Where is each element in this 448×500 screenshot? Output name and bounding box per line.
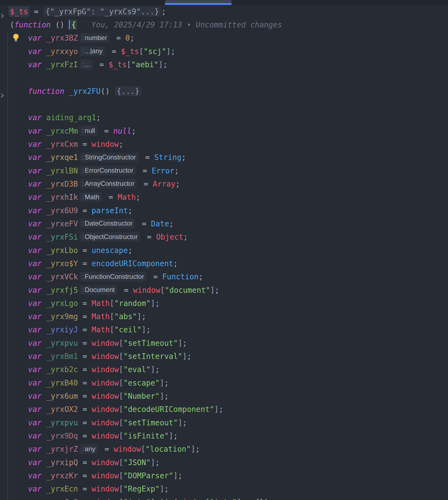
code-line[interactable]: var _yrxlBN:ErrorConstructor = Error; (0, 164, 448, 177)
code-line[interactable]: var _yrxcMm:null = null; (0, 124, 448, 137)
code-token: window (114, 445, 141, 453)
code-line[interactable]: var _yrxFzI:... = $_ts["aebi"]; (0, 58, 448, 71)
keyword-token: var (28, 193, 42, 201)
inlay-colon: : (82, 61, 84, 68)
chevron-right-icon[interactable] (0, 9, 5, 14)
code-editor[interactable]: $_ts = {"_yrxFpG": "_yrxCs9"...};(functi… (0, 0, 448, 500)
lightbulb-icon[interactable] (12, 33, 20, 43)
code-line[interactable]: var _yrx9Dq = window["isFinite"]; (0, 429, 448, 442)
code-line[interactable]: var _yrxpvu = window["setTimeout"]; (0, 416, 448, 429)
code-token: _yrx2FU (69, 87, 101, 95)
code-line[interactable]: var _yrx6U9 = parseInt; (0, 204, 448, 217)
code-line[interactable]: var _yrxjrZ:any = window["location"]; (0, 442, 448, 456)
type-inlay-hint[interactable]: :null (80, 126, 97, 136)
type-inlay-hint[interactable]: :... (80, 60, 93, 69)
inlay-label: Math (85, 193, 99, 201)
code-line[interactable]: var _yrxo$Y = encodeURIComponent; (0, 257, 448, 270)
code-token: = (141, 153, 154, 162)
code-line[interactable]: var _yrxFSi:ObjectConstructor = Object; (0, 230, 448, 243)
code-line[interactable]: (function () {You, 2025/4/29 17:13 • Unc… (0, 18, 448, 31)
code-line[interactable]: var _yrxfj5:Document = window["document"… (0, 283, 448, 297)
code-token (10, 272, 28, 281)
code-line[interactable]: var _yrxOX2 = window["decodeURIComponent… (0, 403, 448, 416)
code-line[interactable]: var _yrxhIk:Math = Math; (0, 190, 448, 204)
code-token: ; (163, 60, 168, 69)
code-token: = (78, 431, 92, 440)
code-line[interactable]: var _yrxb2c = window["eval"]; (0, 363, 448, 376)
code-token: = (78, 365, 92, 374)
code-line[interactable]: var _yrx3BZ:number = 0; (0, 31, 448, 44)
code-token: = (78, 458, 92, 467)
code-token: _yrxzKr (46, 471, 78, 480)
type-inlay-hint[interactable]: :any (80, 444, 98, 454)
folded-code-chip[interactable]: {...} (115, 86, 141, 96)
code-token: ] (141, 325, 146, 334)
code-line[interactable]: var _yrxBm1 = window["setInterval"]; (0, 350, 448, 363)
code-line[interactable]: var _yrxD3B:ArrayConstructor = Array; (0, 177, 448, 190)
code-line[interactable]: var _yrxiyJ = Math["ceil"]; (0, 323, 448, 336)
code-line[interactable]: var aiding_arg1; (0, 111, 448, 124)
code-line[interactable]: $_ts = {"_yrxFpG": "_yrxCs9"...}; (0, 5, 448, 18)
type-inlay-hint[interactable]: :...|any (80, 46, 105, 56)
string-token: "random" (114, 299, 151, 308)
code-token: = (137, 219, 151, 228)
type-inlay-hint[interactable]: :ErrorConstructor (80, 166, 136, 175)
code-token: = (78, 140, 92, 148)
inlay-colon: : (82, 286, 84, 293)
code-line[interactable]: var _yrxLgo = Math["random"]; (0, 297, 448, 310)
type-inlay-hint[interactable]: :number (80, 33, 109, 43)
code-token: ] (160, 392, 164, 400)
code-token: [ (110, 325, 114, 334)
tab-strip (0, 0, 448, 5)
type-inlay-hint[interactable]: :Math (80, 192, 102, 202)
code-token: _yrxOX2 (46, 405, 78, 414)
type-inlay-hint[interactable]: :ArrayConstructor (80, 179, 137, 189)
chevron-right-icon[interactable] (0, 89, 5, 94)
code-line[interactable]: function _yrx2FU() {...} (0, 85, 448, 98)
code-token (42, 365, 46, 374)
code-line[interactable]: var _yrxxyo:...|any = $_ts["scj"]; (0, 45, 448, 58)
code-line[interactable]: var _yrxVCk:FunctionConstructor = Functi… (0, 270, 448, 283)
code-token (10, 445, 28, 453)
type-inlay-hint[interactable]: :ObjectConstructor (80, 232, 140, 242)
code-token (10, 392, 28, 400)
code-token: encodeURIComponent (92, 259, 173, 268)
folded-code-chip[interactable]: {"_yrxFpG": "_yrxCs9"...} (44, 7, 161, 16)
code-token: ( (10, 20, 15, 29)
code-token: ; (182, 418, 187, 427)
code-line[interactable]: var _yrxLbo = unescape; (0, 244, 448, 257)
code-token: _yrxB40 (46, 378, 78, 387)
code-line[interactable]: var _yrxzKr = window["DOMParser"]; (0, 469, 448, 482)
code-line[interactable]: var _yrxEcn = window["RegExp"]; (0, 482, 448, 495)
keyword-token: var (28, 286, 42, 294)
code-line[interactable]: var _yrxB40 = window["escape"]; (0, 376, 448, 389)
code-line[interactable]: var _yrx6um = window["Number"]; (0, 389, 448, 403)
code-line[interactable]: var _yrx9mg = Math["abs"]; (0, 310, 448, 323)
code-line[interactable] (0, 71, 448, 84)
code-token: ] (160, 484, 164, 493)
type-inlay-hint[interactable]: :DateConstructor (80, 219, 135, 228)
code-token: [ (110, 312, 114, 321)
code-token: _yrx6U9 (46, 206, 78, 215)
code-token (42, 458, 46, 467)
code-line[interactable]: var _yrxCxm = window; (0, 137, 448, 151)
code-line[interactable]: var _yrxJo8 = window["$_ts"] || (window[… (0, 496, 448, 500)
string-token: "decodeURIComponent" (123, 405, 214, 414)
code-token: ; (219, 405, 223, 414)
code-token: ; (155, 458, 160, 467)
code-line[interactable] (0, 98, 448, 111)
code-token: ; (96, 113, 101, 122)
code-line[interactable]: var _yrxeFV:DateConstructor = Date; (0, 217, 448, 230)
code-token: ] (151, 365, 155, 374)
code-token (10, 246, 28, 255)
code-token (42, 352, 46, 361)
code-line[interactable]: var _yrxpvu = window["setTimeout"]; (0, 336, 448, 350)
code-token: = (78, 325, 92, 334)
code-token (42, 153, 46, 162)
type-inlay-hint[interactable]: :Document (80, 285, 117, 295)
code-line[interactable]: var _yrxipQ = window["JSON"]; (0, 456, 448, 469)
type-inlay-hint[interactable]: :StringConstructor (80, 153, 138, 162)
code-token: window (92, 458, 119, 467)
code-line[interactable]: var _yrxqe1:StringConstructor = String; (0, 151, 448, 164)
type-inlay-hint[interactable]: :FunctionConstructor (80, 272, 146, 282)
